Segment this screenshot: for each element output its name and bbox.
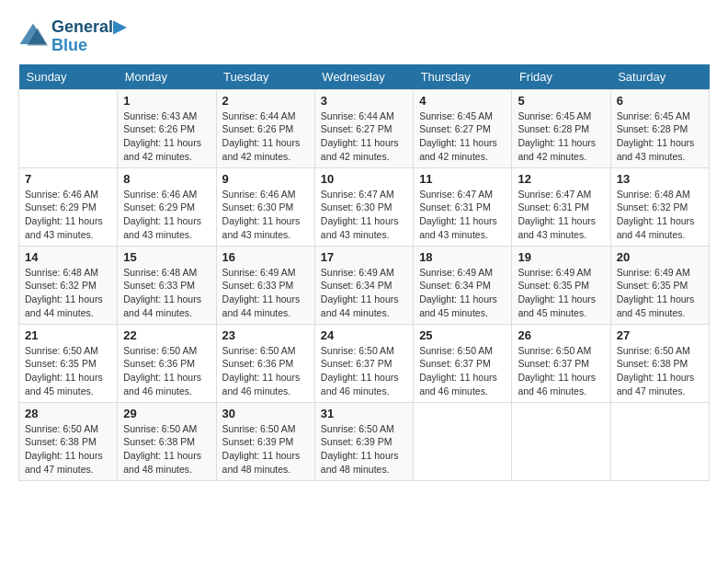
day-info: Sunrise: 6:49 AMSunset: 6:34 PMDaylight:… <box>419 266 506 320</box>
calendar-cell: 24Sunrise: 6:50 AMSunset: 6:37 PMDayligh… <box>314 324 413 402</box>
day-number: 19 <box>518 250 604 264</box>
calendar-cell: 16Sunrise: 6:49 AMSunset: 6:33 PMDayligh… <box>216 246 314 324</box>
calendar-cell: 29Sunrise: 6:50 AMSunset: 6:38 PMDayligh… <box>118 402 216 480</box>
day-info: Sunrise: 6:47 AMSunset: 6:30 PMDaylight:… <box>321 188 407 242</box>
day-info: Sunrise: 6:50 AMSunset: 6:38 PMDaylight:… <box>123 422 210 477</box>
calendar-cell: 11Sunrise: 6:47 AMSunset: 6:31 PMDayligh… <box>414 167 512 246</box>
day-number: 25 <box>419 328 506 342</box>
calendar-cell: 21Sunrise: 6:50 AMSunset: 6:35 PMDayligh… <box>19 324 118 402</box>
calendar-week-row: 1Sunrise: 6:43 AMSunset: 6:26 PMDaylight… <box>19 89 710 167</box>
day-number: 1 <box>123 94 210 108</box>
day-info: Sunrise: 6:50 AMSunset: 6:37 PMDaylight:… <box>419 344 506 398</box>
day-number: 20 <box>617 250 703 264</box>
day-number: 22 <box>123 328 210 342</box>
day-number: 12 <box>518 172 604 186</box>
logo: General▶ Blue <box>18 18 126 55</box>
calendar-cell: 3Sunrise: 6:44 AMSunset: 6:27 PMDaylight… <box>314 89 413 167</box>
calendar-cell: 26Sunrise: 6:50 AMSunset: 6:37 PMDayligh… <box>512 324 610 402</box>
day-info: Sunrise: 6:47 AMSunset: 6:31 PMDaylight:… <box>419 188 506 242</box>
day-info: Sunrise: 6:50 AMSunset: 6:37 PMDaylight:… <box>321 344 407 398</box>
calendar-cell: 20Sunrise: 6:49 AMSunset: 6:35 PMDayligh… <box>610 246 709 324</box>
weekday-header-saturday: Saturday <box>610 64 709 90</box>
day-number: 23 <box>222 328 309 342</box>
day-info: Sunrise: 6:48 AMSunset: 6:32 PMDaylight:… <box>25 266 111 320</box>
day-number: 29 <box>123 407 210 420</box>
day-number: 15 <box>123 250 210 264</box>
day-info: Sunrise: 6:43 AMSunset: 6:26 PMDaylight:… <box>123 109 210 164</box>
day-number: 3 <box>321 94 407 108</box>
day-info: Sunrise: 6:48 AMSunset: 6:33 PMDaylight:… <box>123 266 210 320</box>
day-number: 17 <box>321 250 407 264</box>
calendar-table: SundayMondayTuesdayWednesdayThursdayFrid… <box>18 64 710 481</box>
day-info: Sunrise: 6:50 AMSunset: 6:36 PMDaylight:… <box>123 344 210 398</box>
day-info: Sunrise: 6:45 AMSunset: 6:27 PMDaylight:… <box>419 109 506 164</box>
calendar-cell: 27Sunrise: 6:50 AMSunset: 6:38 PMDayligh… <box>610 324 709 402</box>
day-info: Sunrise: 6:46 AMSunset: 6:29 PMDaylight:… <box>123 188 210 242</box>
calendar-week-row: 14Sunrise: 6:48 AMSunset: 6:32 PMDayligh… <box>19 246 710 324</box>
calendar-cell: 17Sunrise: 6:49 AMSunset: 6:34 PMDayligh… <box>314 246 413 324</box>
weekday-header-row: SundayMondayTuesdayWednesdayThursdayFrid… <box>19 64 710 90</box>
day-number: 24 <box>321 328 407 342</box>
day-number: 14 <box>25 250 111 264</box>
page-header: General▶ Blue <box>18 18 710 55</box>
day-number: 21 <box>25 328 111 342</box>
day-number: 26 <box>518 328 604 342</box>
calendar-cell <box>512 402 610 480</box>
calendar-cell: 5Sunrise: 6:45 AMSunset: 6:28 PMDaylight… <box>512 89 610 167</box>
day-info: Sunrise: 6:49 AMSunset: 6:34 PMDaylight:… <box>321 266 407 320</box>
logo-text: General▶ Blue <box>51 18 126 55</box>
day-info: Sunrise: 6:50 AMSunset: 6:39 PMDaylight:… <box>222 422 309 477</box>
day-info: Sunrise: 6:50 AMSunset: 6:39 PMDaylight:… <box>321 422 407 477</box>
calendar-cell: 18Sunrise: 6:49 AMSunset: 6:34 PMDayligh… <box>414 246 512 324</box>
calendar-cell: 10Sunrise: 6:47 AMSunset: 6:30 PMDayligh… <box>314 167 413 246</box>
calendar-cell: 28Sunrise: 6:50 AMSunset: 6:38 PMDayligh… <box>19 402 118 480</box>
calendar-cell: 8Sunrise: 6:46 AMSunset: 6:29 PMDaylight… <box>118 167 216 246</box>
day-number: 31 <box>321 407 407 420</box>
weekday-header-sunday: Sunday <box>19 64 118 90</box>
day-info: Sunrise: 6:49 AMSunset: 6:35 PMDaylight:… <box>518 266 604 320</box>
day-number: 13 <box>617 172 703 186</box>
weekday-header-monday: Monday <box>118 64 216 90</box>
calendar-cell <box>610 402 709 480</box>
calendar-cell: 6Sunrise: 6:45 AMSunset: 6:28 PMDaylight… <box>610 89 709 167</box>
day-info: Sunrise: 6:49 AMSunset: 6:33 PMDaylight:… <box>222 266 309 320</box>
day-info: Sunrise: 6:46 AMSunset: 6:30 PMDaylight:… <box>222 188 309 242</box>
calendar-cell: 13Sunrise: 6:48 AMSunset: 6:32 PMDayligh… <box>610 167 709 246</box>
day-info: Sunrise: 6:44 AMSunset: 6:27 PMDaylight:… <box>321 109 407 164</box>
day-info: Sunrise: 6:50 AMSunset: 6:38 PMDaylight:… <box>25 422 111 477</box>
day-number: 6 <box>617 94 703 108</box>
calendar-cell: 15Sunrise: 6:48 AMSunset: 6:33 PMDayligh… <box>118 246 216 324</box>
calendar-cell: 22Sunrise: 6:50 AMSunset: 6:36 PMDayligh… <box>118 324 216 402</box>
day-number: 16 <box>222 250 309 264</box>
day-number: 4 <box>419 94 506 108</box>
day-number: 10 <box>321 172 407 186</box>
calendar-week-row: 28Sunrise: 6:50 AMSunset: 6:38 PMDayligh… <box>19 402 710 480</box>
calendar-cell: 23Sunrise: 6:50 AMSunset: 6:36 PMDayligh… <box>216 324 314 402</box>
day-info: Sunrise: 6:50 AMSunset: 6:37 PMDaylight:… <box>518 344 604 398</box>
day-number: 7 <box>25 172 111 186</box>
day-number: 18 <box>419 250 506 264</box>
calendar-cell: 19Sunrise: 6:49 AMSunset: 6:35 PMDayligh… <box>512 246 610 324</box>
calendar-cell <box>414 402 512 480</box>
calendar-cell: 7Sunrise: 6:46 AMSunset: 6:29 PMDaylight… <box>19 167 118 246</box>
calendar-cell: 12Sunrise: 6:47 AMSunset: 6:31 PMDayligh… <box>512 167 610 246</box>
day-number: 2 <box>222 94 309 108</box>
day-info: Sunrise: 6:47 AMSunset: 6:31 PMDaylight:… <box>518 188 604 242</box>
weekday-header-friday: Friday <box>512 64 610 90</box>
day-info: Sunrise: 6:50 AMSunset: 6:35 PMDaylight:… <box>25 344 111 398</box>
day-number: 28 <box>25 407 111 420</box>
calendar-week-row: 21Sunrise: 6:50 AMSunset: 6:35 PMDayligh… <box>19 324 710 402</box>
logo-icon <box>18 22 48 52</box>
calendar-cell: 30Sunrise: 6:50 AMSunset: 6:39 PMDayligh… <box>216 402 314 480</box>
day-info: Sunrise: 6:48 AMSunset: 6:32 PMDaylight:… <box>617 188 703 242</box>
calendar-cell: 2Sunrise: 6:44 AMSunset: 6:26 PMDaylight… <box>216 89 314 167</box>
calendar-cell: 14Sunrise: 6:48 AMSunset: 6:32 PMDayligh… <box>19 246 118 324</box>
calendar-cell: 9Sunrise: 6:46 AMSunset: 6:30 PMDaylight… <box>216 167 314 246</box>
day-info: Sunrise: 6:45 AMSunset: 6:28 PMDaylight:… <box>518 109 604 164</box>
day-info: Sunrise: 6:44 AMSunset: 6:26 PMDaylight:… <box>222 109 309 164</box>
day-number: 5 <box>518 94 604 108</box>
day-info: Sunrise: 6:49 AMSunset: 6:35 PMDaylight:… <box>617 266 703 320</box>
day-info: Sunrise: 6:45 AMSunset: 6:28 PMDaylight:… <box>617 109 703 164</box>
calendar-cell: 25Sunrise: 6:50 AMSunset: 6:37 PMDayligh… <box>414 324 512 402</box>
weekday-header-tuesday: Tuesday <box>216 64 314 90</box>
